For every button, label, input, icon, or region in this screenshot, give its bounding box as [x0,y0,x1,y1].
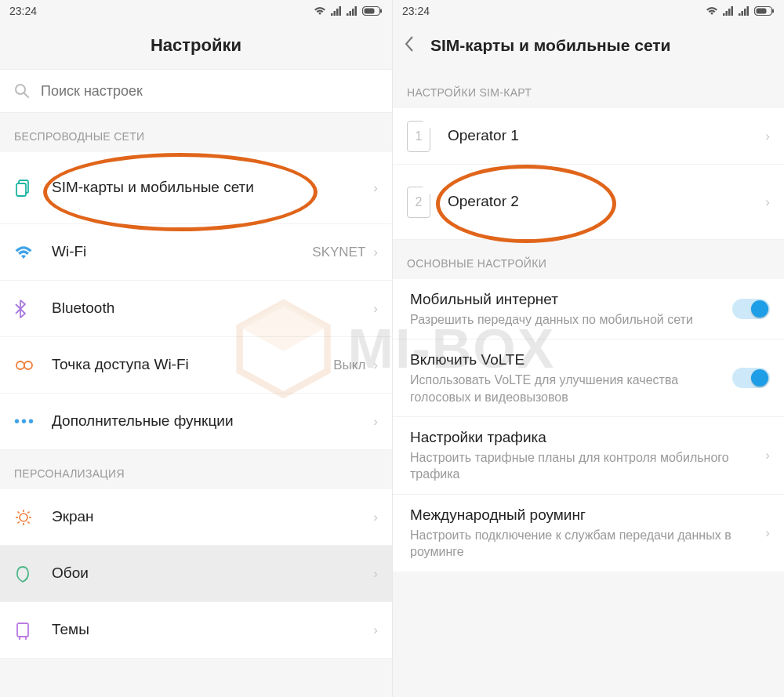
svg-rect-2 [331,13,333,16]
row-hotspot[interactable]: Точка доступа Wi-Fi Выкл› [0,337,392,394]
row-sub: Настроить подключение к службам передачи… [410,527,765,561]
row-bluetooth[interactable]: Bluetooth › [0,281,392,337]
chevron-right-icon: › [765,129,770,144]
status-icons [706,6,775,16]
row-traffic[interactable]: Настройки трафика Настроить тарифные пла… [393,417,784,495]
row-sub: Использовать VoLTE для улучшения качеств… [410,372,732,405]
signal-2-icon [739,6,750,16]
status-time: 23:24 [9,5,37,17]
row-volte[interactable]: Включить VoLTE Использовать VoLTE для ул… [393,339,784,417]
chevron-right-icon: › [373,301,378,317]
svg-line-24 [18,511,20,513]
svg-rect-9 [355,6,358,16]
row-label: SIM-карты и мобильные сети [52,178,373,198]
wifi-value: SKYNET [312,245,365,260]
chevron-right-icon: › [373,414,378,430]
row-label: Точка доступа Wi-Fi [52,355,333,375]
sim-cards-icon [14,179,33,198]
row-label: Настройки трафика [410,428,765,448]
back-button[interactable] [404,35,415,56]
signal-1-icon [723,6,734,16]
sim-2-icon: 2 [407,187,430,218]
mobile-data-toggle[interactable] [732,299,770,319]
volte-toggle[interactable] [732,368,770,388]
settings-screen: 23:24 Настройки БЕСПРОВОДНЫЕ СЕТИ SIM-ка… [0,0,392,697]
row-label: Международный роуминг [410,506,765,525]
wifi-icon [314,6,326,16]
search-icon [14,83,30,99]
row-label: Включить VoLTE [410,350,732,370]
chevron-right-icon: › [373,180,378,196]
chevron-right-icon: › [765,525,770,541]
status-bar: 23:24 [393,0,784,22]
battery-icon [754,6,775,16]
chevron-right-icon: › [373,623,378,638]
chevron-right-icon: › [373,510,378,525]
svg-rect-5 [339,6,342,16]
svg-rect-31 [723,13,725,16]
row-wifi[interactable]: Wi-Fi SKYNET› [0,224,392,281]
row-sim1[interactable]: 1 Operator 1 › [393,108,784,165]
svg-rect-8 [352,9,354,16]
row-label: Дополнительные функции [52,412,373,431]
row-label: Operator 2 [448,192,765,212]
row-themes[interactable]: Темы › [0,602,392,659]
sim-1-icon: 1 [407,121,430,152]
status-bar: 23:24 [0,0,392,22]
row-mobile-data[interactable]: Мобильный интернет Разрешить передачу да… [393,279,784,339]
themes-icon [14,621,31,640]
svg-rect-12 [365,9,375,14]
row-sim-cards[interactable]: SIM-карты и мобильные сети › [0,152,392,224]
section-main-settings: ОСНОВНЫЕ НАСТРОЙКИ [393,240,784,279]
row-label: Bluetooth [52,299,373,318]
signal-2-icon [347,6,358,16]
svg-rect-38 [747,6,750,16]
svg-rect-34 [731,6,734,16]
search-bar[interactable] [0,69,392,113]
svg-line-14 [24,93,28,97]
svg-rect-40 [772,9,774,13]
row-sub: Настроить тарифные планы для контроля мо… [410,449,765,483]
row-label: Wi-Fi [52,242,312,262]
svg-point-19 [20,514,27,521]
chevron-right-icon: › [373,358,378,373]
sim-settings-screen: 23:24 SIM-карты и мобильные сети НАСТРОЙ… [392,0,784,697]
search-input[interactable] [41,83,378,100]
svg-rect-32 [726,11,728,16]
row-roaming[interactable]: Международный роуминг Настроить подключе… [393,495,784,572]
wifi-settings-icon [14,245,33,260]
row-display[interactable]: Экран › [0,489,392,546]
row-sub: Разрешить передачу данных по мобильной с… [410,311,732,329]
svg-rect-6 [347,13,349,16]
svg-rect-33 [728,9,731,16]
bluetooth-icon [14,299,27,318]
status-icons [314,6,383,16]
signal-1-icon [331,6,342,16]
row-label: Экран [52,507,373,527]
section-personalization: ПЕРСОНАЛИЗАЦИЯ [0,450,392,489]
svg-rect-41 [757,9,767,14]
row-sim2[interactable]: 2 Operator 2 › [393,165,784,240]
page-title: Настройки [151,35,241,56]
svg-point-13 [16,85,25,94]
row-label: Обои [52,564,373,583]
chevron-right-icon: › [373,245,378,260]
row-label: Темы [52,620,373,640]
svg-line-25 [27,521,29,523]
svg-rect-3 [334,11,336,16]
page-title: SIM-карты и мобильные сети [430,36,671,55]
svg-rect-4 [336,9,339,16]
battery-icon [362,6,383,16]
row-wallpaper[interactable]: Обои › [0,546,392,602]
chevron-right-icon: › [765,448,770,463]
hotspot-value: Выкл [333,358,365,373]
row-label: Operator 1 [448,126,765,146]
row-more-functions[interactable]: ••• Дополнительные функции › [0,394,392,450]
page-header: SIM-карты и мобильные сети [393,22,784,69]
svg-point-18 [24,361,32,369]
display-icon [14,508,33,527]
wifi-icon [706,6,718,16]
chevron-right-icon: › [373,566,378,582]
wallpaper-icon [14,564,31,583]
svg-rect-36 [742,11,744,16]
